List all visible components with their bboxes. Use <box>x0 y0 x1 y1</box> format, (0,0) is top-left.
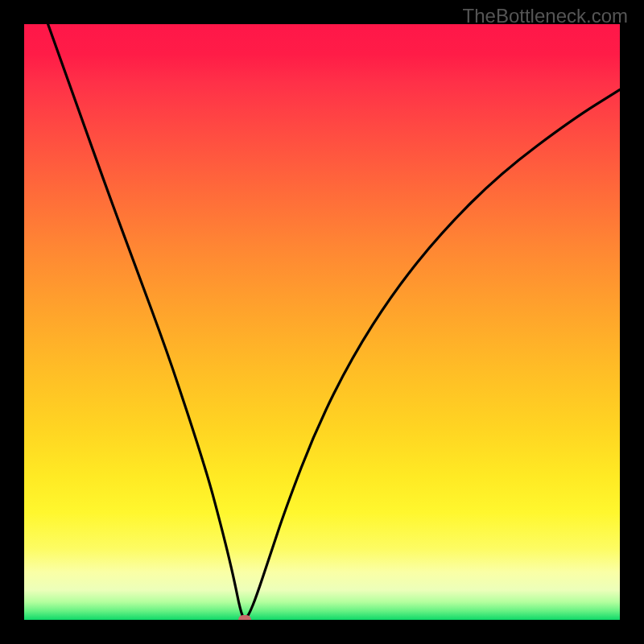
chart-container: TheBottleneck.com <box>0 0 644 644</box>
watermark-text: TheBottleneck.com <box>463 5 628 27</box>
curve-svg <box>24 24 620 620</box>
optimal-point-marker <box>238 615 251 620</box>
plot-area <box>24 24 620 620</box>
bottleneck-curve <box>48 24 620 618</box>
